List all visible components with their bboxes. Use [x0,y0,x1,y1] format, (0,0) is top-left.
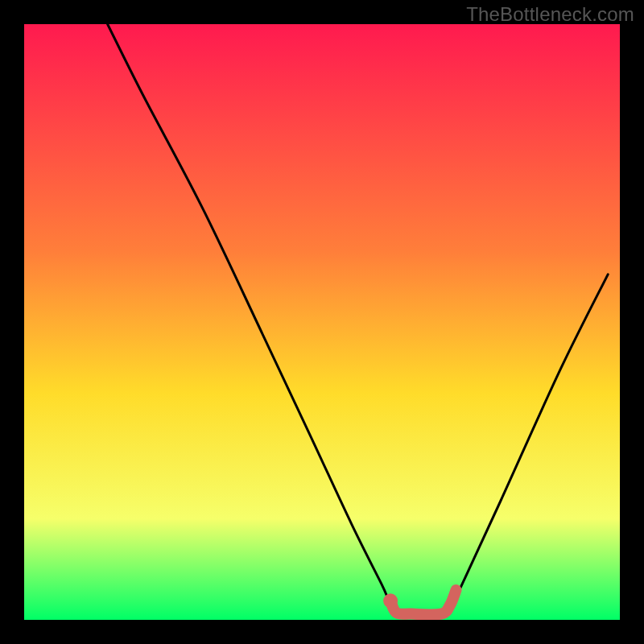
chart-svg [24,24,620,620]
optimal-point-marker [383,593,398,608]
chart-frame: TheBottleneck.com [0,0,644,644]
watermark-text: TheBottleneck.com [466,3,634,26]
plot-area [24,24,620,620]
gradient-background [24,24,620,620]
